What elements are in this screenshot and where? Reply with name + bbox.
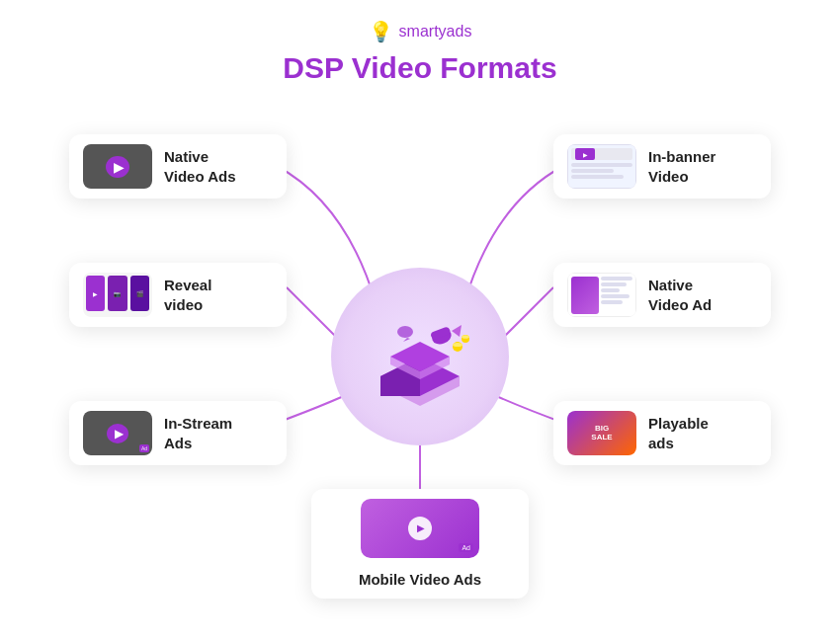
- reveal-video-image: ▶ 📷 🎬: [83, 273, 152, 317]
- card-in-stream-ads: Ad In-StreamAds: [69, 401, 287, 465]
- native-video-ads-image: [83, 144, 152, 189]
- card-playable-ads: BIGSALE Playableads: [553, 401, 771, 465]
- card-reveal-video: ▶ 📷 🎬 Revealvideo: [69, 263, 287, 327]
- svg-point-12: [462, 335, 469, 339]
- in-stream-label: In-StreamAds: [164, 414, 232, 452]
- native-video-ads-label: NativeVideo Ads: [164, 147, 236, 186]
- in-banner-preview: ▶: [567, 144, 636, 189]
- mobile-video-image: ▶ Ad: [361, 499, 479, 558]
- reveal-video-preview: ▶ 📷 🎬: [83, 273, 152, 317]
- svg-point-10: [453, 343, 462, 347]
- mobile-video-preview: ▶ Ad: [361, 499, 479, 558]
- page-title: DSP Video Formats: [283, 51, 556, 85]
- in-banner-image: ▶: [567, 144, 636, 189]
- native-video-ad-preview: [567, 273, 636, 317]
- card-in-banner-video: ▶ In-bannerVideo: [553, 134, 771, 199]
- reveal-video-label: Revealvideo: [164, 276, 211, 314]
- native-video-ad-label: NativeVideo Ad: [648, 276, 712, 314]
- playable-image: BIGSALE: [567, 411, 636, 455]
- in-stream-preview: Ad: [83, 411, 152, 455]
- diagram: NativeVideo Ads ▶ In-bannerVideo: [49, 105, 791, 608]
- playable-preview: BIGSALE: [567, 411, 636, 455]
- in-stream-image: Ad: [83, 411, 152, 455]
- logo-text: smartyads: [399, 23, 472, 40]
- card-native-video-ads: NativeVideo Ads: [69, 134, 287, 199]
- svg-marker-8: [403, 338, 410, 342]
- svg-point-7: [397, 326, 413, 338]
- mobile-video-label: Mobile Video Ads: [359, 570, 481, 590]
- playable-label: Playableads: [648, 414, 709, 452]
- card-native-video-ad: NativeVideo Ad: [553, 263, 771, 327]
- center-icon: [366, 307, 474, 406]
- page: 💡 smartyads DSP Video Formats: [0, 0, 840, 642]
- native-video-ad-image: [567, 273, 636, 317]
- logo-area: 💡 smartyads: [369, 20, 472, 43]
- in-banner-label: In-bannerVideo: [648, 147, 715, 186]
- card-mobile-video-ads: ▶ Ad Mobile Video Ads: [311, 489, 529, 600]
- native-video-ads-preview: [83, 144, 152, 189]
- logo-icon: 💡: [369, 20, 393, 43]
- center-circle: [331, 268, 509, 445]
